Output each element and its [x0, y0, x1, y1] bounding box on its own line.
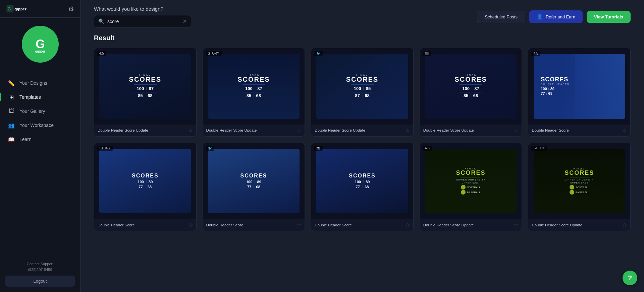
card-badge-9: 4:5: [423, 146, 432, 151]
card-footer-5: Double Header Score ☆: [528, 125, 630, 136]
card-title-5: Double Header Score: [532, 128, 569, 132]
search-icon: 🔍: [98, 18, 105, 24]
avatar: G gipper: [22, 26, 59, 63]
help-icon: ?: [628, 274, 632, 282]
favorite-button-7[interactable]: ☆: [297, 222, 301, 228]
sidebar-item-learn[interactable]: 📖 Learn: [3, 133, 77, 146]
scheduled-posts-button[interactable]: Scheduled Posts: [477, 11, 525, 23]
svg-text:G: G: [35, 37, 45, 51]
template-preview-2: FINAL SCORES 100 | 87 85: [208, 54, 300, 119]
card-title-10: Double Header Score Update: [532, 223, 582, 227]
card-title-6: Double Header Score: [98, 223, 135, 227]
card-footer-1: Double Header Score Update ☆: [94, 125, 196, 136]
view-tutorials-button[interactable]: View Tutorials: [587, 11, 631, 23]
sidebar-item-label-your-designs: Your Designs: [19, 80, 47, 86]
settings-button[interactable]: ⚙: [68, 5, 74, 13]
template-card-1[interactable]: 4:5 FINAL SCORES 100 | 87: [94, 48, 197, 137]
card-footer-3: Double Header Score Update ☆: [311, 125, 413, 136]
favorite-button-3[interactable]: ☆: [405, 127, 410, 134]
logo: G gipper: [6, 4, 36, 13]
template-preview-5: SCORES DOUBLE HEADER 100 | 89 77 |: [534, 54, 625, 119]
card-footer-4: Double Header Score Update ☆: [420, 125, 522, 136]
card-title-1: Double Header Score Update: [98, 128, 148, 132]
sidebar-item-templates[interactable]: ⊞ Templates: [3, 90, 77, 104]
template-card-4[interactable]: 📷 FINAL SCORES 100 | 87: [420, 48, 522, 137]
card-title-7: Double Header Score: [206, 223, 244, 227]
card-title-9: Double Header Score Update: [423, 223, 474, 227]
card-footer-9: Double Header Score Update ☆: [420, 219, 522, 231]
book-icon: 📖: [8, 136, 15, 143]
template-preview-8: SCORES 100 | 89 77 | 68: [316, 149, 408, 214]
top-bar: What would you like to design? 🔍 ✕ Sched…: [80, 0, 644, 27]
search-question: What would you like to design?: [94, 6, 329, 12]
template-card-9[interactable]: 4:5 FINAL SCORES GIPPER UNIVERSITY UPPER…: [420, 143, 522, 231]
card-title-3: Double Header Score Update: [315, 128, 365, 132]
template-preview-1: FINAL SCORES 100 | 87 85: [99, 54, 191, 119]
card-footer-6: Double Header Score ☆: [94, 219, 196, 231]
sidebar-item-label-your-gallery: Your Gallery: [19, 108, 45, 114]
card-title-8: Double Header Score: [315, 223, 352, 227]
help-button[interactable]: ?: [623, 271, 637, 285]
favorite-button-1[interactable]: ☆: [188, 127, 193, 134]
sidebar-footer: Contact Support (929)207-8459 Logout: [0, 256, 80, 292]
sidebar-item-your-gallery[interactable]: 🖼 Your Gallery: [3, 104, 77, 118]
workspace-icon: 👥: [8, 122, 15, 129]
template-card-5[interactable]: 4:5 SCORES DOUBLE HEADER 100 |: [528, 48, 631, 137]
gallery-icon: 🖼: [8, 108, 15, 115]
card-badge-10: STORY: [531, 146, 547, 151]
template-preview-3: FINAL SCORES 100 | 85 87: [316, 54, 408, 119]
card-badge-6: STORY: [97, 146, 113, 151]
card-footer-2: Double Header Score Update ☆: [203, 125, 305, 136]
top-actions: Scheduled Posts 👤 Refer and Earn View Tu…: [477, 10, 631, 23]
search-section: What would you like to design? 🔍 ✕: [94, 6, 329, 27]
card-badge-2: STORY: [206, 51, 222, 56]
favorite-button-6[interactable]: ☆: [188, 222, 193, 228]
template-icon: ⊞: [8, 94, 15, 100]
avatar-area: G gipper: [22, 18, 59, 65]
sidebar-item-your-designs[interactable]: ✏️ Your Designs: [3, 76, 77, 90]
sidebar-item-label-templates: Templates: [19, 94, 41, 100]
template-preview-6: SCORES 100 | 89 77 | 68: [99, 149, 191, 214]
template-card-2[interactable]: STORY FINAL SCORES 100 | 87: [203, 48, 305, 137]
card-image-10: STORY FINAL SCORES GIPPER UNIVERSITY UPP…: [528, 143, 630, 219]
results-area: Result 4:5 FINAL SCORES 100: [80, 27, 644, 292]
person-icon: 👤: [537, 14, 543, 20]
template-preview-7: SCORES 100 | 89 77 | 68: [208, 149, 300, 214]
favorite-button-4[interactable]: ☆: [514, 127, 518, 134]
card-image-3: 🐦 FINAL SCORES 100 | 85: [311, 48, 413, 125]
template-preview-4: FINAL SCORES 100 | 87 85: [425, 54, 517, 119]
template-preview-9: FINAL SCORES GIPPER UNIVERSITY UPPER EAS…: [425, 149, 517, 214]
favorite-button-8[interactable]: ☆: [405, 222, 410, 228]
search-box: 🔍 ✕: [94, 15, 191, 27]
template-card-10[interactable]: STORY FINAL SCORES GIPPER UNIVERSITY UPP…: [528, 143, 631, 231]
card-image-1: 4:5 FINAL SCORES 100 | 87: [94, 48, 196, 125]
results-title: Result: [94, 34, 631, 42]
template-card-7[interactable]: 🐦 SCORES 100 | 89: [203, 143, 305, 231]
refer-earn-button[interactable]: 👤 Refer and Earn: [529, 10, 583, 23]
card-footer-8: Double Header Score ☆: [311, 219, 413, 231]
template-card-6[interactable]: STORY SCORES 100 | 89: [94, 143, 197, 231]
template-card-8[interactable]: 📷 SCORES 100 | 89: [311, 143, 414, 231]
card-title-2: Double Header Score Update: [206, 128, 257, 132]
favorite-button-10[interactable]: ☆: [622, 222, 627, 228]
favorite-button-2[interactable]: ☆: [297, 127, 301, 134]
card-badge-8: 📷: [314, 146, 323, 151]
main-content: What would you like to design? 🔍 ✕ Sched…: [80, 0, 644, 292]
card-badge-3: 🐦: [314, 51, 323, 56]
card-image-5: 4:5 SCORES DOUBLE HEADER 100 |: [528, 48, 630, 125]
logout-button[interactable]: Logout: [5, 276, 75, 287]
nav-menu: ✏️ Your Designs ⊞ Templates 🖼 Your Galle…: [0, 76, 80, 146]
search-input[interactable]: [107, 19, 180, 24]
sidebar: G gipper ⚙ G gipper ✏️ Your Designs ⊞ Te…: [0, 0, 80, 292]
card-image-4: 📷 FINAL SCORES 100 | 87: [420, 48, 522, 125]
template-card-3[interactable]: 🐦 FINAL SCORES 100 | 85: [311, 48, 414, 137]
svg-text:G: G: [8, 7, 11, 11]
card-badge-7: 🐦: [206, 146, 214, 151]
sidebar-item-your-workspace[interactable]: 👥 Your Workspace: [3, 119, 77, 132]
favorite-button-5[interactable]: ☆: [622, 127, 627, 134]
svg-text:gipper: gipper: [35, 50, 45, 53]
svg-text:gipper: gipper: [14, 7, 26, 11]
card-footer-10: Double Header Score Update ☆: [528, 219, 630, 231]
clear-search-button[interactable]: ✕: [182, 18, 187, 24]
favorite-button-9[interactable]: ☆: [514, 222, 518, 228]
